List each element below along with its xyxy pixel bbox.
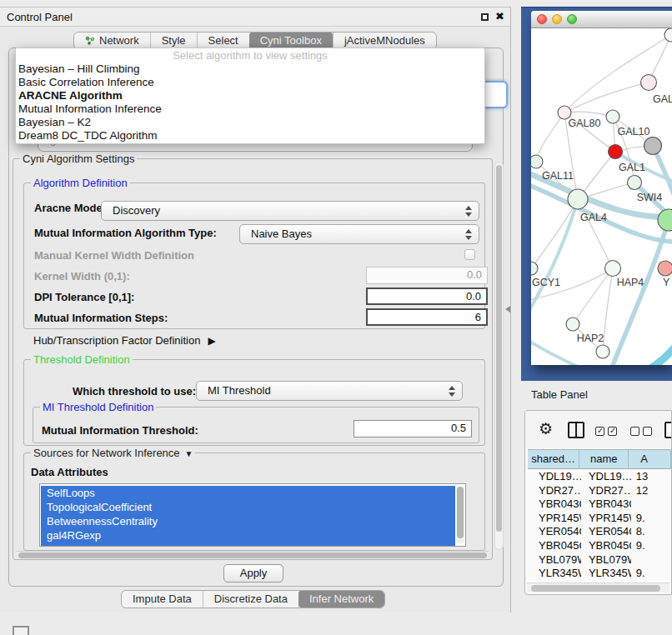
algorithm-dropdown-popup: Select algorithm to view settings Bayesi… bbox=[15, 48, 485, 144]
table-panel: ⚙ shared…nameA YDL19…YDL19…13YDR27…YDR27… bbox=[524, 410, 672, 595]
network-node-hap4[interactable] bbox=[605, 261, 621, 277]
select-all-columns-icon[interactable] bbox=[595, 427, 617, 436]
mi-threshold-field[interactable]: 0.5 bbox=[354, 420, 472, 438]
table-toolbar: ⚙ bbox=[525, 411, 671, 448]
node-label: GAL1 bbox=[619, 162, 645, 173]
table-row[interactable]: YPR145WYPR145W9. bbox=[528, 512, 671, 526]
column-header[interactable]: name bbox=[579, 450, 629, 468]
network-node-gcy1[interactable] bbox=[531, 262, 538, 275]
table-row[interactable]: YLR345WYLR345W9. bbox=[528, 567, 671, 581]
algorithm-option[interactable]: ARACNE Algorithm bbox=[16, 89, 484, 102]
column-header[interactable]: A bbox=[629, 450, 671, 468]
network-node-gal11[interactable] bbox=[531, 155, 543, 168]
hub-definition-toggle[interactable]: Hub/Transcription Factor Definition▶ bbox=[33, 334, 216, 347]
mac-close-icon[interactable] bbox=[537, 14, 547, 24]
aracne-mode-combo[interactable]: Discovery bbox=[101, 201, 479, 221]
apply-button[interactable]: Apply bbox=[223, 564, 283, 582]
table-horizontal-scrollbar[interactable] bbox=[527, 582, 669, 592]
table-mode-icon[interactable] bbox=[664, 422, 672, 438]
sources-group: Sources for Network Inference▼ Data Attr… bbox=[23, 452, 485, 551]
dpi-tolerance-field[interactable]: 0.0 bbox=[366, 288, 488, 305]
which-threshold-combo[interactable]: MI Threshold bbox=[196, 381, 463, 401]
table-row[interactable]: YBL079WYBL079W bbox=[528, 553, 671, 568]
settings-horizontal-scrollbar[interactable] bbox=[17, 551, 489, 559]
tab-cyni-toolbox[interactable]: Cyni Toolbox bbox=[249, 32, 333, 49]
aracne-mode-label: Aracne Mode: bbox=[34, 202, 106, 214]
network-node[interactable] bbox=[596, 345, 609, 358]
table-row[interactable]: YBR043CYBR043C bbox=[528, 498, 671, 512]
network-node-y[interactable] bbox=[658, 261, 672, 276]
cyni-algorithm-settings-group: Cyni Algorithm Settings Algorithm Defini… bbox=[13, 158, 493, 560]
network-node[interactable] bbox=[644, 138, 662, 155]
algorithm-option[interactable]: Bayesian – Hill Climbing bbox=[16, 62, 484, 76]
network-canvas[interactable]: GALGAL80GAL10GAL1GAL11SWI4GAL4GCY1HAP4YH… bbox=[531, 28, 672, 365]
tab-jactivemnodules[interactable]: jActiveMNodules bbox=[333, 32, 436, 49]
node-label: GAL4 bbox=[580, 212, 607, 223]
gear-icon[interactable]: ⚙ bbox=[539, 419, 553, 438]
threshold-definition-group: Threshold Definition Which threshold to … bbox=[23, 359, 485, 446]
node-label: GAL bbox=[653, 93, 672, 105]
network-node-gal1[interactable] bbox=[609, 145, 623, 159]
attribute-item[interactable]: gal4RGexp bbox=[41, 528, 455, 542]
table-row[interactable]: YDL19…YDL19…13 bbox=[528, 470, 671, 484]
tab-impute-data[interactable]: Impute Data bbox=[122, 591, 203, 608]
network-node-swi4[interactable] bbox=[628, 176, 642, 190]
stepper-icon bbox=[465, 229, 473, 240]
tab-select[interactable]: Select bbox=[197, 32, 249, 49]
kernel-width-field[interactable]: 0.0 bbox=[366, 267, 488, 284]
table-row[interactable]: YER054CYER054C8. bbox=[528, 525, 671, 539]
attribute-item[interactable]: SelfLoops bbox=[41, 486, 455, 500]
table-row[interactable]: YBR045CYBR045C9. bbox=[528, 539, 671, 553]
tab-label: Discretize Data bbox=[214, 591, 288, 608]
network-node-gal4[interactable] bbox=[568, 189, 588, 209]
mi-threshold-definition-title: MI Threshold Definition bbox=[40, 401, 156, 413]
data-attributes-list[interactable]: SelfLoopsTopologicalCoefficientBetweenne… bbox=[39, 483, 466, 547]
cyni-bottom-tabs: Impute DataDiscretize DataInfer Network bbox=[121, 590, 385, 608]
algorithm-option[interactable]: Bayesian – K2 bbox=[16, 116, 484, 129]
table-cell: YLR345W bbox=[581, 567, 631, 581]
table-row[interactable]: YDR27…YDR27…12 bbox=[528, 484, 671, 498]
network-node-hap2[interactable] bbox=[566, 318, 579, 331]
network-node-gal10[interactable] bbox=[606, 110, 619, 123]
table-cell: YPR145W bbox=[581, 512, 631, 526]
algorithm-option[interactable]: Mutual Information Inference bbox=[16, 102, 484, 116]
manual-kernel-label: Manual Kernel Width Definition bbox=[34, 249, 194, 262]
tab-network[interactable]: Network bbox=[74, 32, 150, 49]
hub-definition-label: Hub/Transcription Factor Definition bbox=[33, 334, 200, 347]
mi-steps-field[interactable]: 6 bbox=[366, 308, 488, 326]
tab-label: Style bbox=[162, 32, 186, 49]
panel-collapse-arrow[interactable] bbox=[505, 306, 510, 312]
stepper-icon bbox=[449, 386, 456, 397]
node-label: GAL11 bbox=[542, 170, 574, 182]
dock-icon[interactable] bbox=[13, 626, 29, 635]
tab-discretize-data[interactable]: Discretize Data bbox=[203, 591, 298, 608]
tab-label: jActiveMNodules bbox=[344, 32, 425, 49]
deselect-all-columns-icon[interactable] bbox=[630, 427, 652, 436]
network-node[interactable] bbox=[664, 28, 672, 42]
algorithm-option[interactable]: Basic Correlation Inference bbox=[16, 76, 484, 89]
table-cell: 13 bbox=[631, 470, 671, 484]
table-cell: 12 bbox=[631, 484, 671, 498]
float-window-icon[interactable] bbox=[481, 13, 489, 21]
attribute-item[interactable]: TopologicalCoefficient bbox=[41, 500, 455, 514]
close-icon[interactable]: ✖ bbox=[495, 10, 504, 22]
settings-vertical-scrollbar[interactable] bbox=[494, 162, 504, 550]
split-columns-icon[interactable] bbox=[568, 422, 584, 438]
tab-infer-network[interactable]: Infer Network bbox=[298, 591, 384, 608]
which-threshold-value: MI Threshold bbox=[208, 384, 271, 397]
attributes-scrollbar[interactable] bbox=[456, 486, 464, 544]
table-cell: YER054C bbox=[528, 525, 581, 539]
manual-kernel-checkbox[interactable] bbox=[464, 249, 475, 260]
attribute-item[interactable]: BetweennessCentrality bbox=[41, 514, 455, 528]
mac-minimize-icon[interactable] bbox=[552, 14, 562, 24]
table-cell bbox=[631, 553, 671, 568]
column-header[interactable]: shared… bbox=[528, 450, 579, 468]
tab-style[interactable]: Style bbox=[150, 32, 197, 49]
sources-group-title[interactable]: Sources for Network Inference▼ bbox=[31, 447, 195, 459]
network-node-gal[interactable] bbox=[641, 75, 657, 91]
mi-type-combo[interactable]: Naive Bayes bbox=[239, 224, 479, 244]
network-node[interactable] bbox=[658, 209, 672, 231]
algorithm-option[interactable]: Dream8 DC_TDC Algorithm bbox=[16, 129, 484, 142]
mac-zoom-icon[interactable] bbox=[567, 14, 577, 24]
network-desktop: GALGAL80GAL10GAL1GAL11SWI4GAL4GCY1HAP4YH… bbox=[521, 7, 672, 381]
